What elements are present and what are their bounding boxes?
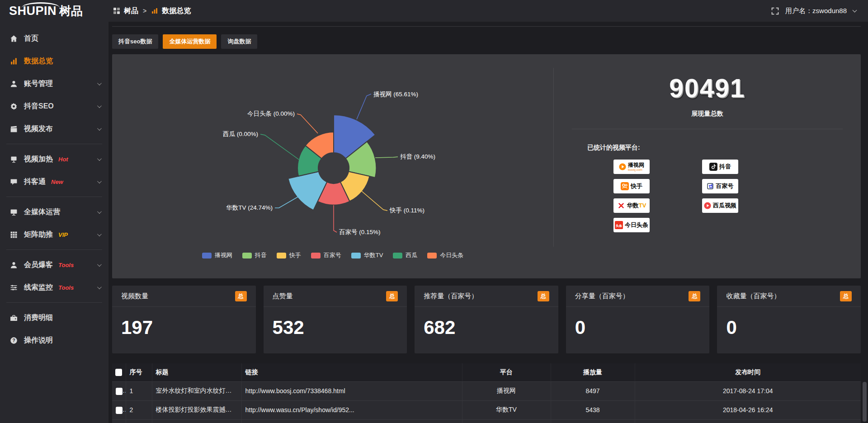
sidebar-item-douketong[interactable]: 抖客通New (0, 170, 108, 193)
fullscreen-icon[interactable] (771, 7, 779, 15)
breadcrumb-root[interactable]: 树品 (124, 6, 138, 16)
xigua-logo-icon (704, 202, 711, 209)
tab-douyin-seo-data[interactable]: 抖音seo数据 (112, 34, 158, 49)
table-row: 1室外水纹灯和室内水纹灯的区别和简介http://www.boosj.com/7… (112, 381, 861, 400)
cell-title[interactable]: 楼体投影灯投影效果震撼上市 (152, 400, 241, 419)
topbar-right: 用户名：zswodun88 (771, 7, 868, 15)
total-badge: 总 (235, 291, 247, 301)
cell-index (126, 419, 152, 423)
cell-title[interactable] (152, 419, 241, 423)
legend-item-快手[interactable]: 快手 (277, 251, 301, 259)
monitor-icon (10, 208, 18, 216)
username[interactable]: 用户名：zswodun88 (785, 7, 847, 15)
stat-card-like-count: 点赞量总532 (264, 286, 407, 353)
sidebar-item-account-manage[interactable]: 账号管理 (0, 72, 108, 95)
sidebar-item-label: 抖音SEO (24, 102, 54, 111)
select-all-checkbox[interactable] (115, 369, 122, 376)
tab-inquiry-data[interactable]: 询盘数据 (221, 34, 257, 49)
sidebar-divider (6, 197, 102, 197)
sidebar-item-douyin-seo[interactable]: 抖音SEO (0, 95, 108, 118)
legend-item-西瓜[interactable]: 西瓜 (393, 251, 417, 259)
pie-label-line (260, 134, 299, 160)
sidebar-item-video-heat[interactable]: 视频加热Hot (0, 148, 108, 170)
platform-name: 华数TV (627, 202, 646, 210)
legend-item-百家号[interactable]: 百家号 (311, 251, 341, 259)
sidebar-item-label: 视频加热 (24, 155, 53, 164)
scrollbar-thumb[interactable] (863, 382, 867, 422)
sidebar-item-home[interactable]: 首页 (0, 27, 108, 50)
cell-views: 8497 (551, 381, 635, 400)
menu-tag: Tools (58, 284, 74, 291)
sidebar-item-data-overview[interactable]: 数据总览 (0, 50, 108, 72)
stat-card-value: 0 (717, 307, 861, 338)
table-header-row: 序号标题链接平台播放量发布时间 (112, 363, 861, 381)
summary-area: 90491 展现量总数 已统计的视频平台: 播视网boosj.com抖音快手百家… (554, 54, 861, 278)
menu-tag: Hot (58, 156, 68, 163)
cell-link[interactable] (241, 419, 462, 423)
cell-index: 1 (126, 381, 152, 400)
cell-link[interactable]: http://www.wasu.cn/Play/show/id/952... (241, 400, 462, 419)
sidebar-item-help-doc[interactable]: ?操作说明 (0, 329, 108, 352)
baijiahao-logo-icon (707, 183, 714, 190)
gear-icon (10, 103, 18, 110)
column-header: 发布时间 (635, 363, 861, 381)
sidebar-item-consume-detail[interactable]: 消费明细 (0, 306, 108, 329)
sidebar-item-media-ops[interactable]: 全媒体运营 (0, 201, 108, 223)
pie-label-line (362, 191, 387, 211)
sidebar-item-label: 消费明细 (24, 313, 53, 323)
column-header: 序号 (126, 363, 152, 381)
pie-label: 华数TV (24.74%) (226, 204, 273, 211)
sidebar-item-label: 抖客通 (24, 177, 46, 187)
platform-badges: 播视网boosj.com抖音快手百家号华数TV西瓜视频头条今日头条 (613, 160, 843, 232)
header-divider (112, 26, 861, 27)
cell-title[interactable]: 室外水纹灯和室内水纹灯的区别和简介 (152, 381, 241, 400)
chart-panel: 播视网 (65.61%)抖音 (9.40%)快手 (0.11%)百家号 (0.1… (112, 54, 861, 278)
row-checkbox[interactable] (116, 388, 123, 395)
menu-tag: VIP (58, 231, 68, 238)
videos-table: 序号标题链接平台播放量发布时间 1室外水纹灯和室内水纹灯的区别和简介http:/… (112, 363, 861, 423)
sidebar-item-video-publish[interactable]: 视频发布 (0, 118, 108, 140)
platform-sub: boosj.com (628, 168, 644, 171)
column-header: 链接 (241, 363, 462, 381)
platform-name: 抖音 (719, 163, 731, 171)
sidebar-divider (6, 302, 102, 303)
legend-item-华数TV[interactable]: 华数TV (351, 251, 383, 259)
chevron-down-icon (97, 126, 102, 131)
row-checkbox[interactable] (116, 407, 123, 414)
total-badge: 总 (689, 291, 700, 301)
stat-card-label: 推荐量（百家号） (424, 292, 478, 301)
pie-label: 抖音 (9.40%) (400, 153, 435, 160)
menu-tag: New (51, 179, 63, 185)
stat-card-value: 0 (566, 307, 710, 338)
pie-label: 百家号 (0.15%) (339, 229, 381, 235)
chat-icon (10, 178, 18, 186)
logo-text-cn: 树品 (59, 3, 83, 19)
legend-label: 百家号 (324, 251, 341, 259)
platform-badge-kuaishou: 快手 (613, 179, 650, 193)
legend-swatch (427, 253, 437, 258)
sidebar-item-label: 视频发布 (24, 124, 53, 134)
chevron-down-icon[interactable] (853, 8, 857, 12)
legend-item-播视网[interactable]: 播视网 (202, 251, 232, 259)
cell-link[interactable]: http://www.boosj.com/7338468.html (241, 381, 462, 400)
tab-media-ops-data[interactable]: 全媒体运营数据 (163, 34, 217, 49)
platform-badge-baijiahao: 百家号 (702, 179, 738, 193)
cell-platform (462, 419, 551, 423)
table-body: 1室外水纹灯和室内水纹灯的区别和简介http://www.boosj.com/7… (112, 381, 861, 423)
pie-slice-华数TV[interactable] (288, 172, 327, 211)
total-badge: 总 (840, 291, 852, 301)
legend-label: 抖音 (255, 251, 267, 259)
legend-swatch (393, 253, 402, 258)
cell-time: 2018-04-26 16:24 (635, 400, 861, 419)
legend-item-抖音[interactable]: 抖音 (242, 251, 267, 259)
toutiao-logo-icon: 头条 (615, 221, 623, 229)
sidebar-item-member-bao[interactable]: 会员爆客Tools (0, 254, 108, 276)
sidebar-item-label: 线索监控 (24, 283, 53, 292)
legend-item-今日头条[interactable]: 今日头条 (427, 251, 463, 259)
chevron-down-icon (97, 285, 102, 289)
sidebar-divider (6, 144, 102, 144)
sidebar-divider (6, 249, 102, 250)
legend-swatch (277, 253, 286, 258)
sidebar-item-matrix-boost[interactable]: 矩阵助推VIP (0, 223, 108, 246)
sidebar-item-clue-monitor[interactable]: 线索监控Tools (0, 276, 108, 299)
